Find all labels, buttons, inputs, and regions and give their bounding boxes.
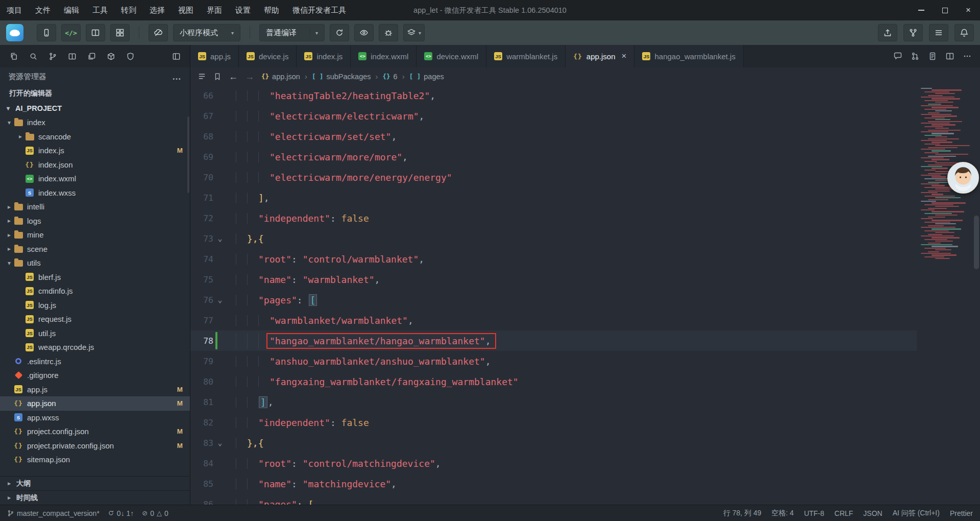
open-editors-section[interactable]: 打开的编辑器 <box>0 86 190 101</box>
sync-status[interactable]: 0↓ 1↑ <box>108 509 134 517</box>
more-icon[interactable] <box>963 52 972 61</box>
code-view-button[interactable]: </> <box>61 24 81 41</box>
remote-debug-button[interactable] <box>379 24 398 41</box>
editor-list-icon[interactable] <box>198 72 206 81</box>
tree-item[interactable]: JSutil.js <box>0 326 190 341</box>
menu-item[interactable]: 编辑 <box>57 0 86 20</box>
tab-index.js[interactable]: JSindex.js <box>297 45 351 67</box>
tab-warmblanket.js[interactable]: JSwarmblanket.js <box>486 45 566 67</box>
comment-icon[interactable] <box>893 52 902 61</box>
code-line-84[interactable]: 84"root": "control/matchingdevice", <box>190 453 973 473</box>
tree-item[interactable]: JSblerf.js <box>0 270 190 285</box>
upload-button[interactable] <box>878 24 897 41</box>
menu-item[interactable]: 设置 <box>229 0 257 20</box>
fold-icon[interactable]: ⌄ <box>213 234 227 243</box>
tree-item[interactable]: Sindex.wxss <box>0 186 190 200</box>
tree-item[interactable]: {}app.jsonM <box>0 396 190 411</box>
menu-item[interactable]: 视图 <box>172 0 200 20</box>
compile-refresh-button[interactable] <box>330 24 349 41</box>
expand-icon[interactable]: ▸ <box>5 231 13 239</box>
tab-hangao_warmblanket.js[interactable]: JShangao_warmblanket.js <box>634 45 743 67</box>
cloud-off-button[interactable] <box>149 24 168 41</box>
tree-item[interactable]: ▸scene <box>0 242 190 256</box>
status-item[interactable]: 行 78, 列 49 <box>723 509 762 518</box>
tree-item[interactable]: ▸scancode <box>0 130 190 144</box>
menu-item[interactable]: 选择 <box>143 0 172 20</box>
code-line-82[interactable]: 82"independent": false <box>190 412 973 433</box>
preview-button[interactable] <box>354 24 374 41</box>
fold-icon[interactable]: ⌄ <box>213 295 227 304</box>
code-line-75[interactable]: 75"name": "warmblanket", <box>190 269 973 290</box>
scrollbar-thumb[interactable] <box>974 216 979 269</box>
status-item[interactable]: Prettier <box>950 509 973 517</box>
code-line-83[interactable]: 83⌄},{ <box>190 433 973 453</box>
crumb-app.json[interactable]: {}app.json <box>261 73 300 81</box>
editor-scrollbar[interactable] <box>973 85 980 505</box>
status-item[interactable]: JSON <box>863 509 882 517</box>
forward-arrow-icon[interactable]: → <box>245 72 254 81</box>
tree-item[interactable]: .gitignore <box>0 368 190 383</box>
code-line-70[interactable]: 70"electricwarm/more/energy/energy" <box>190 167 973 187</box>
tab-device.js[interactable]: JSdevice.js <box>239 45 297 67</box>
outline-section[interactable]: ▸ 大纲 <box>0 476 190 490</box>
project-root[interactable]: ▾ AI_PROJECT <box>0 101 190 115</box>
back-arrow-icon[interactable]: ← <box>229 72 238 81</box>
tree-item[interactable]: Sapp.wxss <box>0 411 190 425</box>
menu-item[interactable]: 项目 <box>0 0 29 20</box>
timeline-section[interactable]: ▸ 时间线 <box>0 490 190 505</box>
source-control-button[interactable] <box>43 45 62 67</box>
tree-item[interactable]: JSrequest.js <box>0 312 190 326</box>
code-line-66[interactable]: 66"heatingTable2/heatingTable2", <box>190 85 973 106</box>
search-button[interactable] <box>23 45 43 67</box>
tree-scrollbar[interactable] <box>187 116 189 193</box>
tree-item[interactable]: JSapp.jsM <box>0 383 190 397</box>
code-line-76[interactable]: 76⌄"pages": [ <box>190 290 973 310</box>
tree-item[interactable]: ▸intelli <box>0 200 190 214</box>
menu-item[interactable]: 微信开发者工具 <box>286 0 353 20</box>
fold-icon[interactable]: ⌄ <box>213 438 227 447</box>
tree-item[interactable]: ▸mine <box>0 228 190 242</box>
tree-item[interactable]: JSweapp.qrcode.js <box>0 340 190 354</box>
expand-icon[interactable]: ▸ <box>16 133 24 140</box>
tree-item[interactable]: <>index.wxml <box>0 172 190 186</box>
tree-item[interactable]: {}project.private.config.jsonM <box>0 439 190 453</box>
status-item[interactable]: 空格: 4 <box>772 509 794 518</box>
expand-icon[interactable]: ▸ <box>5 245 13 252</box>
editor-layout-button[interactable] <box>62 45 82 67</box>
menu-item[interactable]: 帮助 <box>257 0 286 20</box>
code-line-73[interactable]: 73⌄},{ <box>190 228 973 249</box>
collapse-icon[interactable]: ▾ <box>5 259 13 267</box>
save-all-button[interactable] <box>82 45 101 67</box>
crumb-subPackages[interactable]: [ ]subPackages <box>312 73 371 81</box>
menu-item[interactable]: 文件 <box>29 0 57 20</box>
tab-index.wxml[interactable]: <>index.wxml <box>351 45 416 67</box>
status-item[interactable]: CRLF <box>835 509 853 517</box>
code-line-67[interactable]: 67"electricwarm/electricwarm", <box>190 106 973 126</box>
branch-status[interactable]: master_compact_version* <box>7 509 100 517</box>
mode-select[interactable]: 小程序模式 ▾ <box>173 24 240 41</box>
fold-icon[interactable]: ⌄ <box>213 500 227 505</box>
tree-item[interactable]: .eslintrc.js <box>0 354 190 369</box>
maximize-button[interactable] <box>933 0 957 20</box>
files-button[interactable] <box>4 45 23 67</box>
code-line-68[interactable]: 68"electricwarm/set/set", <box>190 126 973 147</box>
version-graph-button[interactable] <box>903 24 923 41</box>
code-line-79[interactable]: 79"anshuo_warmblanket/anshuo_warmblanket… <box>190 351 973 371</box>
collapse-icon[interactable]: ▾ <box>5 119 13 126</box>
tab-app.js[interactable]: JSapp.js <box>190 45 239 67</box>
tree-item[interactable]: JSlog.js <box>0 298 190 313</box>
menu-item[interactable]: 转到 <box>114 0 143 20</box>
tree-item[interactable]: ▸logs <box>0 214 190 228</box>
crumb-6[interactable]: {}6 <box>383 73 398 81</box>
menu-item[interactable]: 工具 <box>86 0 114 20</box>
minimap[interactable] <box>917 85 973 505</box>
split-view-button[interactable] <box>86 24 105 41</box>
code-area[interactable]: 66"heatingTable2/heatingTable2",67"elect… <box>190 85 980 505</box>
code-line-69[interactable]: 69"electricwarm/more/more", <box>190 147 973 167</box>
notifications-button[interactable] <box>954 24 974 41</box>
expand-icon[interactable]: ▸ <box>5 217 13 224</box>
build-package-button[interactable] <box>101 45 120 67</box>
tree-item[interactable]: ▾index <box>0 115 190 130</box>
pull-request-icon[interactable] <box>911 52 920 61</box>
code-line-86[interactable]: 86⌄"pages": [ <box>190 494 973 505</box>
